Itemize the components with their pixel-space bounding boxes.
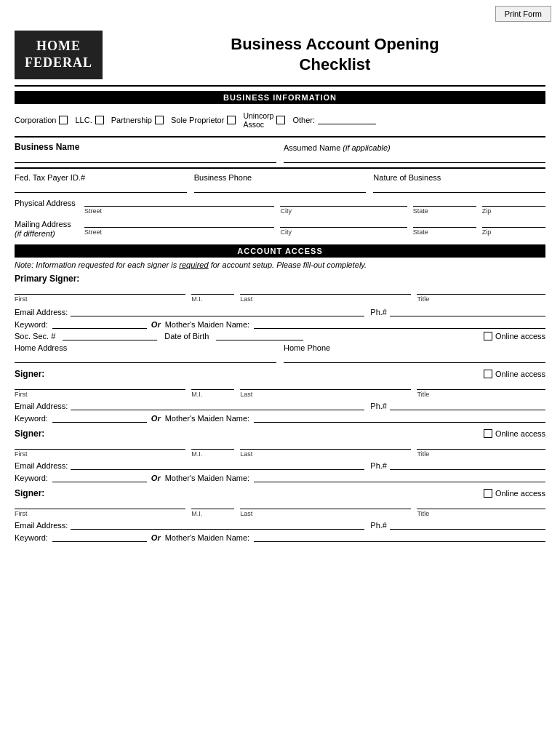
phys-city-input[interactable]	[280, 197, 407, 207]
physical-label: Physical Address	[15, 197, 80, 207]
unincorp-checkbox[interactable]	[276, 116, 285, 124]
signer3-last-group: Last	[240, 500, 411, 517]
signer1-last-input[interactable]	[240, 381, 411, 390]
signer3-email-row: Email Address: Ph.#	[15, 520, 545, 530]
biz-phone-input[interactable]	[194, 183, 367, 193]
fed-tax-input[interactable]	[15, 183, 187, 193]
print-button[interactable]: Print Form	[495, 6, 551, 22]
primary-title-input[interactable]	[417, 285, 545, 295]
signer3-last-input[interactable]	[240, 500, 411, 509]
primary-email-group: Email Address:	[15, 307, 364, 316]
signer3-email-label: Email Address:	[15, 521, 68, 530]
mail-street-input[interactable]	[84, 218, 274, 228]
assumed-name-input[interactable]	[284, 154, 545, 163]
mail-state-input[interactable]	[413, 218, 476, 228]
signer3-keyword-input[interactable]	[52, 533, 147, 542]
phys-city-label: City	[280, 207, 407, 215]
signer2-mi-input[interactable]	[191, 440, 234, 450]
mail-city-group: City	[280, 218, 407, 236]
header: HOME FEDERAL Business Account Opening Ch…	[15, 16, 545, 79]
signer2-ph-input[interactable]	[390, 461, 545, 470]
signer3-title-input[interactable]	[417, 500, 545, 509]
corporation-checkbox[interactable]	[59, 116, 68, 124]
phys-state-input[interactable]	[413, 197, 476, 207]
signer1-mi-input[interactable]	[191, 381, 234, 390]
primary-email-input[interactable]	[71, 307, 364, 316]
signer3-email-input[interactable]	[71, 520, 364, 530]
phys-street-input[interactable]	[84, 197, 274, 207]
primary-online-wrap: Online access	[484, 332, 545, 340]
biz-phone-label: Business Phone	[194, 173, 367, 182]
mail-zip-input[interactable]	[482, 218, 545, 228]
partnership-checkbox[interactable]	[155, 116, 164, 124]
mail-street-group: Street	[84, 218, 274, 236]
signer2-mi-label: M.I.	[191, 450, 234, 458]
primary-ph-input[interactable]	[390, 307, 545, 316]
signer1-keyword-input[interactable]	[52, 413, 147, 423]
signer3-or: Or	[151, 533, 161, 542]
signer1-section: Signer: Online access First M.I. Last Ti…	[15, 369, 545, 423]
llc-checkbox[interactable]	[95, 116, 104, 124]
signer2-maiden-input[interactable]	[254, 473, 545, 482]
signer3-ph-input[interactable]	[390, 520, 545, 530]
primary-signer-section: Primary Signer: First M.I. Last Title Em	[15, 274, 545, 363]
primary-first-input[interactable]	[15, 285, 185, 295]
other-input[interactable]	[318, 115, 376, 124]
primary-keyword-input[interactable]	[52, 319, 147, 329]
signer2-label: Signer:	[15, 429, 44, 439]
primary-soc-input[interactable]	[63, 331, 157, 340]
signer3-first-label: First	[15, 510, 185, 517]
primary-signer-label: Primary Signer:	[15, 274, 79, 284]
signer1-keyword-row: Keyword: Or Mother's Maiden Name:	[15, 413, 545, 423]
signer3-mi-group: M.I.	[191, 500, 234, 517]
signer2-first-input[interactable]	[15, 440, 185, 450]
primary-dob-input[interactable]	[216, 331, 303, 340]
business-name-group: Business Name	[15, 142, 276, 163]
mail-state-label: State	[413, 228, 476, 236]
primary-home-address-input[interactable]	[15, 354, 276, 363]
primary-maiden-input[interactable]	[254, 319, 545, 329]
signer1-title-input[interactable]	[417, 381, 545, 390]
primary-last-input[interactable]	[240, 285, 411, 295]
account-access-header: ACCOUNT ACCESS	[15, 244, 545, 258]
phys-street-label: Street	[84, 207, 274, 215]
signer1-online-checkbox[interactable]	[484, 370, 492, 378]
mail-city-input[interactable]	[280, 218, 407, 228]
signer1-first-input[interactable]	[15, 381, 185, 390]
signer1-maiden-label: Mother's Maiden Name:	[165, 414, 249, 423]
signer1-ph-input[interactable]	[390, 401, 545, 410]
entity-type-row: Corporation LLC. Partnership Sole Propri…	[15, 107, 545, 132]
signer1-email-input[interactable]	[71, 401, 364, 410]
signer2-title-input[interactable]	[417, 440, 545, 450]
signer3-mi-input[interactable]	[191, 500, 234, 509]
primary-mi-input[interactable]	[191, 285, 234, 295]
sole-prop-checkbox[interactable]	[227, 116, 236, 124]
signer3-first-input[interactable]	[15, 500, 185, 509]
signer3-last-label: Last	[240, 510, 411, 517]
primary-signer-name-row: First M.I. Last Title	[15, 285, 545, 303]
phys-zip-label: Zip	[482, 207, 545, 215]
primary-online-checkbox[interactable]	[484, 332, 492, 340]
signer1-or: Or	[151, 414, 161, 423]
signer1-name-row: First M.I. Last Title	[15, 381, 545, 398]
primary-home-row: Home Address Home Phone	[15, 343, 545, 363]
primary-keyword-row: Keyword: Or Mother's Maiden Name:	[15, 319, 545, 329]
signer3-online-checkbox[interactable]	[484, 489, 492, 498]
signer1-maiden-input[interactable]	[254, 413, 545, 423]
signer2-last-input[interactable]	[240, 440, 411, 450]
signer2-online-checkbox[interactable]	[484, 429, 492, 438]
mail-street-label: Street	[84, 228, 274, 236]
signer2-email-input[interactable]	[71, 461, 364, 470]
business-name-input[interactable]	[15, 154, 276, 163]
nature-input[interactable]	[373, 183, 545, 193]
signer3-header-row: Signer: Online access	[15, 488, 545, 498]
primary-home-phone-input[interactable]	[284, 354, 545, 363]
primary-first-label: First	[15, 295, 185, 303]
logo: HOME FEDERAL	[15, 31, 103, 79]
signer1-email-label: Email Address:	[15, 402, 68, 410]
phys-zip-input[interactable]	[482, 197, 545, 207]
signer2-section: Signer: Online access First M.I. Last Ti…	[15, 429, 545, 482]
signer2-keyword-input[interactable]	[52, 473, 147, 482]
signer3-maiden-input[interactable]	[254, 533, 545, 542]
corporation-item: Corporation	[15, 116, 68, 124]
